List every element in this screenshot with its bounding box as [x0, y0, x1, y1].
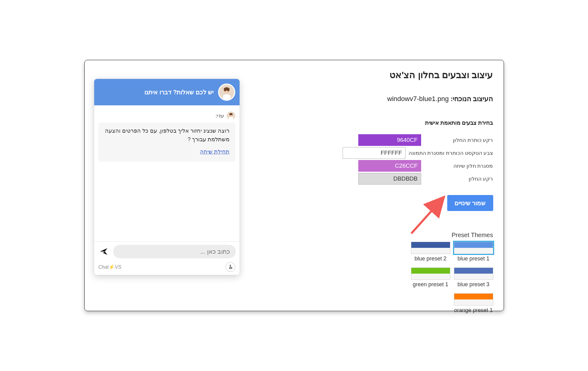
accessibility-icon [228, 264, 233, 270]
color-row-header-bg: רקע כותרת החלון [343, 134, 493, 146]
agent-avatar [218, 84, 235, 101]
personal-colors-heading: בחירת צבעים מותאמת אישית [343, 119, 493, 126]
color-row-window-border: מסגרת חלון שיחה [343, 159, 493, 172]
preset-label: blue preset 2 [414, 256, 446, 262]
color-row-header-text: צבע הטקסט הכותרת ומסגרת התמונה [343, 146, 493, 159]
preset-green-1[interactable]: green preset 1 [411, 268, 450, 288]
brand-chat: Chat [98, 264, 109, 270]
current-design: העיצוב הנוכחי: windowv7-blue1.png [343, 95, 493, 103]
save-button[interactable]: שמור שינויים [447, 195, 493, 211]
preset-label: orange preset 1 [454, 307, 493, 314]
message-bubble: רוצה שנציג יחזור אליך בטלפון, עם כל הפרט… [98, 123, 235, 161]
color-label: מסגרת חלון שיחה [424, 163, 493, 169]
current-design-label: העיצוב הנוכחי: [451, 95, 493, 103]
chat-body: עדי: רוצה שנציג יחזור אליך בטלפון, עם כל… [94, 105, 240, 241]
bolt-icon: ⚡ [109, 264, 115, 270]
current-design-file: windowv7-blue1.png [387, 95, 449, 103]
color-input-window-border[interactable] [358, 160, 421, 172]
chat-header-text: יש לכם שאלות? דברו איתנו [144, 88, 213, 96]
message-text: רוצה שנציג יחזור אליך בטלפון, עם כל הפרט… [104, 127, 230, 144]
settings-card: עיצוב וצבעים בחלון הצ'אט העיצוב הנוכחי: … [84, 60, 504, 311]
send-icon [99, 247, 108, 256]
preset-themes: Preset Themes blue preset 2 blue preset … [411, 232, 493, 314]
chat-header: יש לכם שאלות? דברו איתנו [94, 79, 240, 105]
svg-rect-3 [223, 94, 230, 100]
message-author-row: עדי: [98, 111, 235, 120]
chat-footer: Chat⚡VS [94, 241, 240, 275]
send-button[interactable] [98, 246, 110, 257]
preset-blue-3[interactable]: blue preset 3 [454, 268, 493, 288]
brand-vs: VS [115, 264, 121, 270]
start-chat-link[interactable]: תחילת שיחה [200, 148, 229, 156]
color-input-header-text[interactable] [343, 147, 405, 159]
color-label: רקע כותרת החלון [424, 137, 493, 143]
preset-blue-2[interactable]: blue preset 2 [411, 242, 450, 262]
message-author-name: עדי: [216, 113, 224, 119]
color-table: רקע כותרת החלון צבע הטקסט הכותרת ומסגרת … [343, 134, 493, 185]
accessibility-button[interactable] [225, 262, 235, 272]
color-input-header-bg[interactable] [358, 134, 421, 146]
settings-panel: עיצוב וצבעים בחלון הצ'אט העיצוב הנוכחי: … [343, 69, 493, 211]
svg-rect-6 [229, 117, 233, 120]
preset-label: blue preset 1 [457, 256, 489, 262]
preset-label: green preset 1 [413, 281, 448, 288]
color-label: צבע הטקסט הכותרת ומסגרת התמונה [409, 150, 493, 156]
preset-label: blue preset 3 [457, 281, 489, 288]
color-input-window-bg[interactable] [358, 173, 421, 185]
color-label: רקע החלון [424, 176, 493, 182]
color-row-window-bg: רקע החלון [343, 172, 493, 185]
svg-point-7 [230, 265, 231, 266]
chat-preview: יש לכם שאלות? דברו איתנו עדי: רוצה שנציג… [94, 79, 240, 275]
agent-small-avatar [227, 111, 235, 120]
preset-blue-1[interactable]: blue preset 1 [454, 242, 493, 262]
preset-grid: blue preset 2 blue preset 1 green preset… [411, 242, 493, 314]
preset-themes-title: Preset Themes [411, 232, 493, 239]
chat-text-input[interactable] [113, 245, 236, 258]
chat-brand: Chat⚡VS [98, 264, 121, 270]
page-title: עיצוב וצבעים בחלון הצ'אט [343, 69, 493, 80]
preset-orange-1[interactable]: orange preset 1 [454, 293, 493, 314]
